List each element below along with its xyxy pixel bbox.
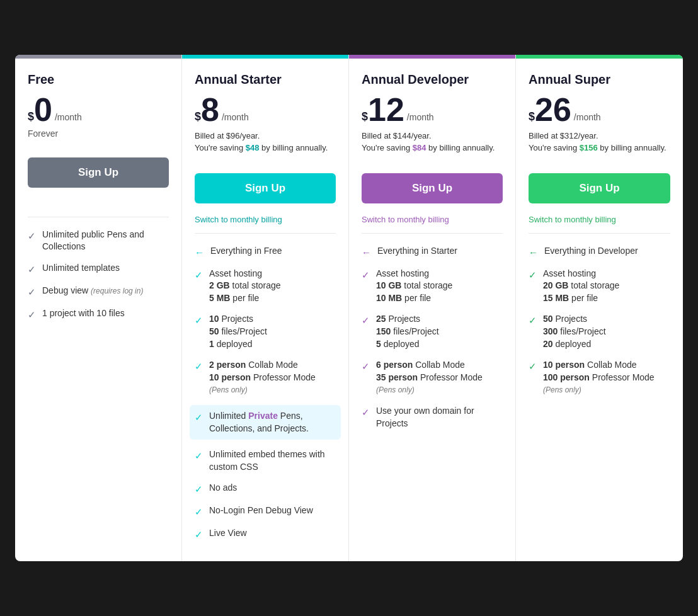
super-everything-in: ← Everything in Developer xyxy=(529,245,670,259)
free-dollar: $ xyxy=(28,108,34,126)
free-header: Free $ 0 /month Forever xyxy=(15,59,181,149)
developer-projects-text: 25 Projects150 files/Project5 deployed xyxy=(376,313,439,350)
starter-dollar: $ xyxy=(195,108,201,126)
starter-saving-amount: $48 xyxy=(246,143,260,152)
check-icon-starter-8: ✓ xyxy=(195,528,203,541)
super-projects-text: 50 Projects300 files/Project20 deployed xyxy=(543,313,606,350)
free-feature-2: ✓ Unlimited templates xyxy=(28,262,169,276)
free-price-period: /month xyxy=(55,112,82,122)
free-plan-name: Free xyxy=(28,72,169,87)
developer-saving-text: You're saving $84 by billing annually. xyxy=(362,143,495,152)
super-asset-text: Asset hosting20 GB total storage15 MB pe… xyxy=(543,268,619,305)
starter-no-ads-text: No ads xyxy=(209,482,237,494)
developer-dollar: $ xyxy=(362,108,368,126)
developer-everything-in: ← Everything in Starter xyxy=(362,245,503,259)
free-price-row: $ 0 /month xyxy=(28,93,169,126)
free-feature-3-text: Debug view (requires log in) xyxy=(42,285,143,297)
arrow-icon-starter: ← xyxy=(195,246,204,259)
starter-everything-text: Everything in Free xyxy=(210,245,282,258)
check-icon-starter-2: ✓ xyxy=(195,314,203,327)
check-icon-starter-6: ✓ xyxy=(195,482,203,496)
free-signup-button[interactable]: Sign Up xyxy=(28,157,169,188)
starter-collab: ✓ 2 person Collab Mode10 person Professo… xyxy=(195,359,336,396)
starter-features: ← Everything in Free ✓ Asset hosting2 GB… xyxy=(182,234,348,562)
starter-billing-info: Billed at $96/year. You're saving $48 by… xyxy=(195,130,336,154)
developer-asset-hosting: ✓ Asset hosting10 GB total storage10 MB … xyxy=(362,268,503,305)
free-features: ✓ Unlimited public Pens and Collections … xyxy=(15,217,181,562)
starter-plan-col: Annual Starter $ 8 /month Billed at $96/… xyxy=(182,55,349,562)
check-icon-super-3: ✓ xyxy=(529,360,537,373)
super-price-period: /month xyxy=(574,112,601,122)
check-icon-super-1: ✓ xyxy=(529,268,537,282)
starter-private-text: Unlimited Private Pens, Collections, and… xyxy=(209,410,336,435)
free-price-subtitle: Forever xyxy=(28,128,169,139)
starter-projects-text: 10 Projects50 files/Project1 deployed xyxy=(209,313,267,350)
developer-switch-billing[interactable]: Switch to monthly billing xyxy=(349,210,515,233)
starter-switch-billing[interactable]: Switch to monthly billing xyxy=(182,210,348,233)
developer-asset-text: Asset hosting10 GB total storage10 MB pe… xyxy=(376,268,452,305)
starter-price-row: $ 8 /month xyxy=(195,93,336,126)
starter-asset-text: Asset hosting2 GB total storage5 MB per … xyxy=(209,268,281,305)
starter-billed-text: Billed at $96/year. xyxy=(195,131,260,140)
super-switch-billing[interactable]: Switch to monthly billing xyxy=(516,210,683,233)
super-header: Annual Super $ 26 /month Billed at $312/… xyxy=(516,59,683,164)
super-features: ← Everything in Developer ✓ Asset hostin… xyxy=(516,234,683,562)
check-icon-super-2: ✓ xyxy=(529,314,537,327)
starter-signup-button[interactable]: Sign Up xyxy=(195,173,336,203)
developer-everything-text: Everything in Starter xyxy=(377,245,457,258)
starter-saving-text: You're saving $48 by billing annually. xyxy=(195,143,328,152)
developer-plan-col: Annual Developer $ 12 /month Billed at $… xyxy=(349,55,516,562)
free-btn-area: Sign Up xyxy=(15,149,181,194)
developer-header: Annual Developer $ 12 /month Billed at $… xyxy=(349,59,515,164)
check-icon-starter-3: ✓ xyxy=(195,360,203,373)
super-saving-text: You're saving $156 by billing annually. xyxy=(529,143,667,152)
arrow-icon-super: ← xyxy=(529,246,538,259)
free-feature-1: ✓ Unlimited public Pens and Collections xyxy=(28,229,169,253)
super-price-amount: 26 xyxy=(535,93,571,126)
developer-collab: ✓ 6 person Collab Mode35 person Professo… xyxy=(362,359,503,396)
pricing-columns: Free $ 0 /month Forever Sign Up ✓ Unlimi… xyxy=(15,55,683,562)
developer-signup-button[interactable]: Sign Up xyxy=(362,173,503,203)
super-billing-info: Billed at $312/year. You're saving $156 … xyxy=(529,130,670,154)
free-feature-2-text: Unlimited templates xyxy=(42,262,120,275)
free-feature-1-text: Unlimited public Pens and Collections xyxy=(42,229,169,253)
starter-embed-themes: ✓ Unlimited embed themes with custom CSS xyxy=(195,448,336,473)
check-icon-2: ✓ xyxy=(28,263,36,276)
starter-everything-in: ← Everything in Free xyxy=(195,245,336,259)
pricing-table: Free $ 0 /month Forever Sign Up ✓ Unlimi… xyxy=(15,55,683,562)
super-collab: ✓ 10 person Collab Mode100 person Profes… xyxy=(529,359,670,396)
starter-collab-text: 2 person Collab Mode10 person Professor … xyxy=(209,359,316,396)
check-icon-starter-7: ✓ xyxy=(195,505,203,518)
developer-domain-text: Use your own domain for Projects xyxy=(376,405,503,430)
super-plan-name: Annual Super xyxy=(529,72,670,87)
starter-btn-area: Sign Up xyxy=(182,164,348,210)
check-icon-starter-4: ✓ xyxy=(195,411,203,424)
super-asset-hosting: ✓ Asset hosting20 GB total storage15 MB … xyxy=(529,268,670,305)
free-price-amount: 0 xyxy=(34,93,52,126)
check-icon-starter-5: ✓ xyxy=(195,449,203,462)
super-price-row: $ 26 /month xyxy=(529,93,670,126)
super-signup-button[interactable]: Sign Up xyxy=(529,173,670,203)
developer-btn-area: Sign Up xyxy=(349,164,515,210)
developer-plan-name: Annual Developer xyxy=(362,72,503,87)
starter-private-pens: ✓ Unlimited Private Pens, Collections, a… xyxy=(190,405,341,440)
super-dollar: $ xyxy=(529,108,535,126)
free-feature-4-text: 1 project with 10 files xyxy=(42,307,125,320)
developer-features: ← Everything in Starter ✓ Asset hosting1… xyxy=(349,234,515,562)
starter-debug-view: ✓ No-Login Pen Debug View xyxy=(195,505,336,518)
starter-header: Annual Starter $ 8 /month Billed at $96/… xyxy=(182,59,348,164)
check-icon-dev-2: ✓ xyxy=(362,314,370,327)
starter-price-period: /month xyxy=(222,112,249,122)
check-icon-1: ✓ xyxy=(28,229,36,242)
developer-saving-amount: $84 xyxy=(413,143,426,152)
super-collab-text: 10 person Collab Mode100 person Professo… xyxy=(543,359,655,396)
super-projects: ✓ 50 Projects300 files/Project20 deploye… xyxy=(529,313,670,350)
starter-plan-name: Annual Starter xyxy=(195,72,336,87)
starter-asset-hosting: ✓ Asset hosting2 GB total storage5 MB pe… xyxy=(195,268,336,305)
developer-billed-text: Billed at $144/year. xyxy=(362,131,432,140)
super-btn-area: Sign Up xyxy=(516,164,683,210)
check-icon-dev-1: ✓ xyxy=(362,268,370,282)
developer-billing-info: Billed at $144/year. You're saving $84 b… xyxy=(362,130,503,154)
developer-price-period: /month xyxy=(407,112,434,122)
check-icon-dev-3: ✓ xyxy=(362,360,370,373)
